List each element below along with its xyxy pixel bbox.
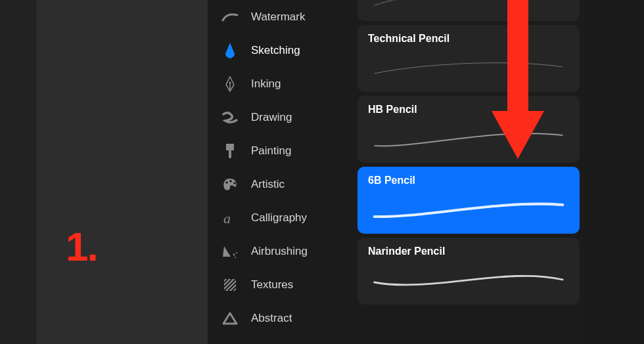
pencil-tip-icon bbox=[221, 41, 239, 60]
category-painting[interactable]: Painting bbox=[208, 134, 351, 167]
category-airbrushing[interactable]: Airbrushing bbox=[208, 234, 351, 268]
brush-name-label: Narinder Pencil bbox=[368, 246, 569, 257]
panel-background bbox=[37, 0, 208, 344]
brush-list: Technical Pencil HB Pencil 6B Pencil Nar… bbox=[351, 0, 586, 344]
category-label: Airbrushing bbox=[251, 245, 308, 258]
triangle-icon bbox=[221, 309, 239, 328]
category-calligraphy[interactable]: a Calligraphy bbox=[208, 201, 351, 234]
nib-icon bbox=[221, 75, 239, 93]
category-label: Inking bbox=[251, 77, 281, 91]
brush-item-partial[interactable] bbox=[357, 0, 580, 21]
category-label: Sketching bbox=[251, 44, 300, 57]
brush-name-label: Technical Pencil bbox=[368, 33, 569, 45]
category-inking[interactable]: Inking bbox=[208, 67, 351, 100]
brush-library-popover: Watermark Sketching Inking Drawing Paint bbox=[208, 0, 586, 344]
svg-point-0 bbox=[229, 81, 231, 83]
svg-point-7 bbox=[233, 253, 235, 255]
brush-item-6b-pencil[interactable]: 6B Pencil bbox=[357, 167, 580, 234]
annotation-step-number: 1. bbox=[66, 223, 97, 270]
category-label: Abstract bbox=[251, 312, 292, 325]
category-abstract[interactable]: Abstract bbox=[208, 301, 351, 335]
airbrush-icon bbox=[221, 242, 239, 261]
svg-text:a: a bbox=[223, 210, 231, 226]
category-textures[interactable]: Textures bbox=[208, 268, 351, 301]
svg-rect-2 bbox=[229, 150, 231, 158]
script-a-icon: a bbox=[221, 209, 239, 227]
svg-point-3 bbox=[225, 181, 228, 184]
svg-point-9 bbox=[235, 256, 236, 257]
palette-icon bbox=[221, 175, 239, 194]
svg-rect-1 bbox=[226, 144, 234, 150]
canvas-background bbox=[0, 0, 37, 344]
svg-point-8 bbox=[236, 251, 237, 253]
brush-stroke-preview bbox=[368, 189, 569, 226]
paintbrush-icon bbox=[221, 142, 239, 160]
category-sketching[interactable]: Sketching bbox=[208, 33, 351, 67]
brush-stroke-preview bbox=[368, 47, 569, 84]
squiggle-icon bbox=[221, 108, 239, 127]
category-label: Textures bbox=[251, 278, 293, 291]
brush-item-hb-pencil[interactable]: HB Pencil bbox=[357, 96, 580, 163]
category-label: Painting bbox=[251, 144, 291, 158]
brush-name-label: HB Pencil bbox=[368, 104, 569, 116]
hatch-icon bbox=[221, 276, 239, 294]
brush-stroke-preview bbox=[368, 0, 569, 13]
category-artistic[interactable]: Artistic bbox=[208, 167, 351, 201]
brush-category-list: Watermark Sketching Inking Drawing Paint bbox=[208, 0, 351, 344]
brush-item-technical-pencil[interactable]: Technical Pencil bbox=[357, 25, 580, 92]
brush-item-narinder-pencil[interactable]: Narinder Pencil bbox=[357, 238, 580, 305]
brush-stroke-preview bbox=[368, 260, 569, 297]
brush-stroke-preview bbox=[368, 118, 569, 155]
swoosh-icon bbox=[221, 8, 239, 26]
category-label: Watermark bbox=[251, 11, 306, 24]
category-drawing[interactable]: Drawing bbox=[208, 100, 351, 134]
brush-name-label: 6B Pencil bbox=[368, 175, 569, 186]
category-label: Drawing bbox=[251, 111, 292, 124]
category-label: Calligraphy bbox=[251, 211, 307, 225]
category-watermark[interactable]: Watermark bbox=[208, 0, 351, 33]
svg-point-4 bbox=[229, 180, 232, 183]
category-label: Artistic bbox=[251, 178, 285, 191]
svg-point-5 bbox=[233, 182, 236, 184]
